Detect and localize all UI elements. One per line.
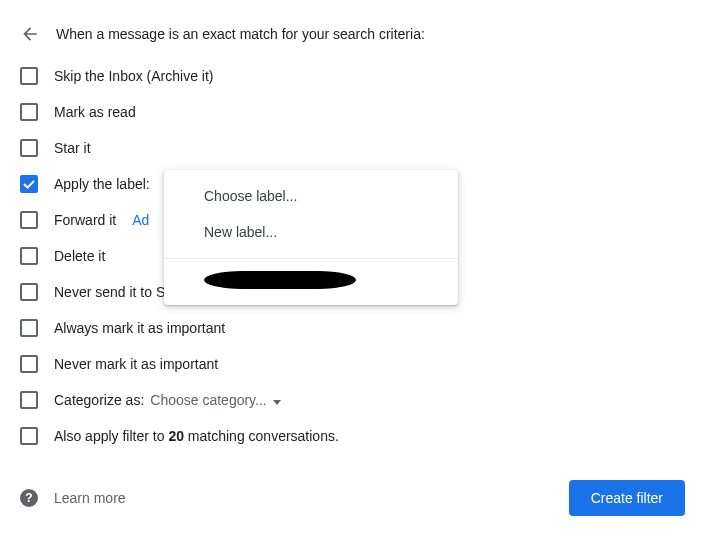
checkbox-categorize[interactable]: [20, 391, 38, 409]
checkbox-also-apply[interactable]: [20, 427, 38, 445]
label-skip-inbox: Skip the Inbox (Archive it): [54, 68, 214, 84]
label-also-apply: Also apply filter to 20 matching convers…: [54, 428, 339, 444]
help-icon: ?: [20, 489, 38, 507]
checkbox-mark-read[interactable]: [20, 103, 38, 121]
label-mark-read: Mark as read: [54, 104, 136, 120]
back-arrow-icon[interactable]: [20, 24, 40, 44]
checkbox-apply-label[interactable]: [20, 175, 38, 193]
label-always-important: Always mark it as important: [54, 320, 225, 336]
dropdown-new-label[interactable]: New label...: [164, 214, 458, 250]
dropdown-choose-label[interactable]: Choose label...: [164, 178, 458, 214]
label-dropdown[interactable]: Choose label... New label...: [164, 170, 458, 305]
label-apply-label: Apply the label:: [54, 176, 150, 192]
checkbox-always-important[interactable]: [20, 319, 38, 337]
label-delete: Delete it: [54, 248, 105, 264]
learn-more-link[interactable]: ? Learn more: [20, 489, 126, 507]
dropdown-existing-label[interactable]: [204, 271, 418, 289]
checkbox-delete[interactable]: [20, 247, 38, 265]
checkbox-never-spam[interactable]: [20, 283, 38, 301]
categorize-select-value: Choose category...: [150, 392, 266, 408]
checkbox-star[interactable]: [20, 139, 38, 157]
create-filter-button[interactable]: Create filter: [569, 480, 685, 516]
checkbox-forward[interactable]: [20, 211, 38, 229]
learn-more-label: Learn more: [54, 490, 126, 506]
checkbox-skip-inbox[interactable]: [20, 67, 38, 85]
categorize-select[interactable]: Choose category...: [150, 392, 280, 408]
caret-down-icon: [273, 392, 281, 408]
forward-add-link[interactable]: Ad: [132, 212, 149, 228]
label-categorize: Categorize as:: [54, 392, 144, 408]
label-star: Star it: [54, 140, 91, 156]
page-title: When a message is an exact match for you…: [56, 26, 425, 42]
dropdown-divider: [164, 258, 458, 259]
label-never-important: Never mark it as important: [54, 356, 218, 372]
checkbox-never-important[interactable]: [20, 355, 38, 373]
label-forward: Forward it: [54, 212, 116, 228]
